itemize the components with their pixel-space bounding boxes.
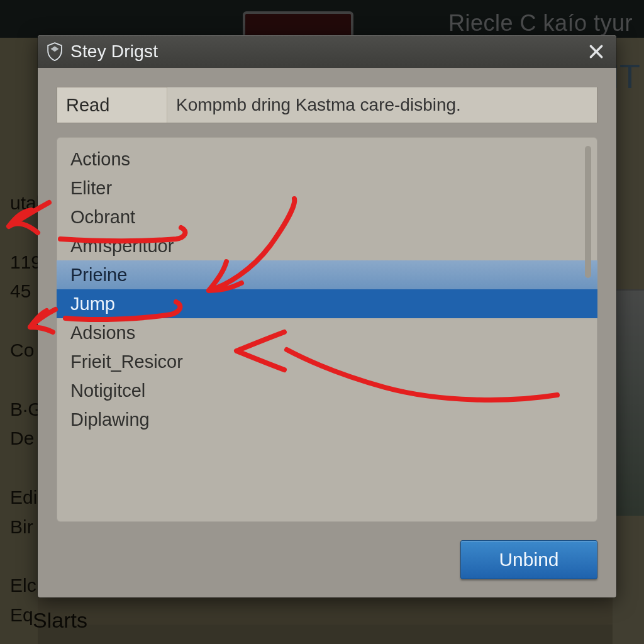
action-list[interactable]: ActionsEliterOcbrantAmfsperituorPrieineJ…: [57, 137, 597, 522]
list-item[interactable]: Prieine: [57, 260, 597, 289]
list-item[interactable]: Eliter: [57, 174, 597, 203]
list-item[interactable]: Diplawing: [57, 405, 597, 434]
bg-username: Riecle C kaío tyur: [448, 10, 633, 36]
list-item[interactable]: Ocbrant: [57, 203, 597, 231]
list-item[interactable]: Actions: [57, 145, 597, 174]
close-icon: [588, 43, 604, 60]
search-input[interactable]: [167, 87, 597, 123]
unbind-button[interactable]: Unbind: [460, 540, 597, 579]
list-item[interactable]: Notigitcel: [57, 376, 597, 405]
dialog-title: Stey Drigst: [70, 42, 158, 62]
list-item[interactable]: Jump: [57, 289, 597, 318]
dialog-footer: Unbind: [38, 522, 616, 597]
bg-bottom-left: Slarts: [33, 608, 87, 633]
list-item[interactable]: Amfsperituor: [57, 231, 597, 260]
close-button[interactable]: [585, 40, 608, 63]
shield-icon: [47, 42, 63, 61]
search-chip[interactable]: Read: [57, 87, 167, 123]
search-chip-label: Read: [66, 95, 109, 116]
list-item[interactable]: Frieit_Resicor: [57, 347, 597, 376]
dialog-header: Stey Drigst: [38, 35, 616, 68]
search-bar: Read: [57, 87, 597, 123]
keybinding-dialog: Stey Drigst Read ActionsEliterOcbrantAmf…: [38, 35, 616, 597]
scrollbar[interactable]: [585, 146, 591, 278]
list-item[interactable]: Adsions: [57, 318, 597, 347]
